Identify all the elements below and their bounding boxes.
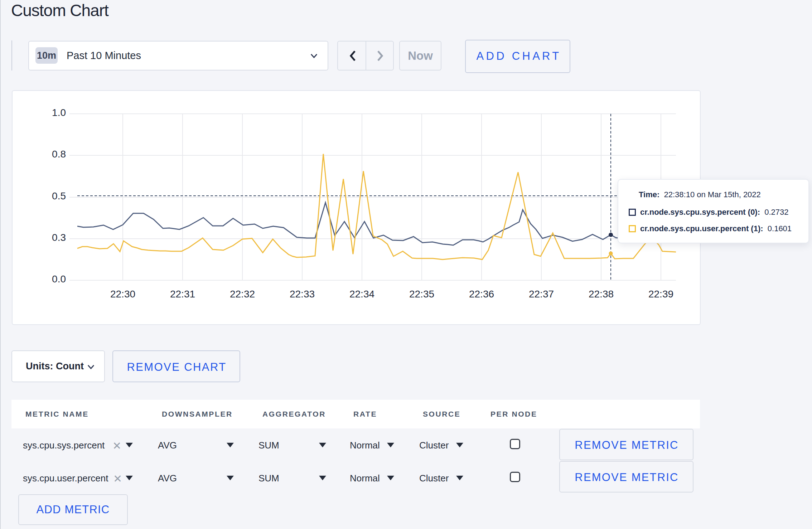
svg-text:0.8: 0.8 xyxy=(52,149,66,160)
svg-text:22:38: 22:38 xyxy=(589,288,614,300)
svg-text:0.3: 0.3 xyxy=(52,232,66,243)
svg-text:22:31: 22:31 xyxy=(170,288,195,300)
svg-text:0.5: 0.5 xyxy=(52,190,66,202)
svg-text:22:30: 22:30 xyxy=(110,288,135,300)
svg-text:22:34: 22:34 xyxy=(349,288,374,300)
svg-text:22:36: 22:36 xyxy=(469,288,494,300)
svg-text:22:39: 22:39 xyxy=(648,288,673,300)
svg-text:0.0: 0.0 xyxy=(52,273,66,285)
svg-text:1.0: 1.0 xyxy=(52,107,66,118)
svg-text:22:37: 22:37 xyxy=(529,288,554,300)
svg-text:22:35: 22:35 xyxy=(409,288,434,300)
svg-text:22:33: 22:33 xyxy=(290,288,315,300)
svg-text:22:32: 22:32 xyxy=(230,288,255,300)
